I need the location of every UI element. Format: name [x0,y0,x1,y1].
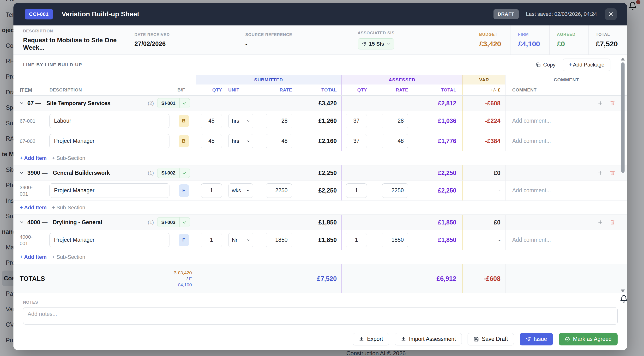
description-input[interactable] [50,184,170,198]
submitted-total: £2,160 [292,138,341,144]
delete-section-icon[interactable] [610,100,615,106]
col-item: ITEM [14,87,50,93]
comment-input[interactable] [512,138,615,144]
add-item-link[interactable]: + Add Item [20,204,46,211]
submitted-rate-input[interactable] [266,114,292,128]
table-scrollbar[interactable] [621,58,625,292]
agreed-value: £0 [557,40,588,48]
close-button[interactable] [605,8,617,20]
comment-input[interactable] [512,237,615,243]
assessed-qty-input[interactable] [346,134,367,148]
assessed-group-header: ASSESSED [341,75,462,84]
col-variance: +/- £ [462,84,505,95]
assessed-rate-input[interactable] [382,134,408,148]
assessed-qty-input[interactable] [346,184,367,198]
si-reference-pill[interactable]: SI-003 [157,217,190,227]
assessed-qty-input[interactable] [346,233,367,247]
collapse-chevron-icon[interactable] [19,220,24,225]
collapse-chevron-icon[interactable] [19,170,24,175]
add-row-icon[interactable] [598,170,603,176]
notes-section: NOTES [14,297,627,328]
add-subsection-link[interactable]: + Sub-Section [52,155,85,161]
associated-sis-dropdown[interactable]: 15 SIs [358,38,394,50]
description-input[interactable] [50,134,170,148]
section-code: 4000 — [27,219,48,226]
firm-value: £4,100 [518,40,550,48]
totals-firm-value: £4,100 [178,282,192,288]
notes-label: NOTES [23,300,618,305]
assessed-rate-input[interactable] [382,184,408,198]
comment-input[interactable] [512,187,615,194]
import-label: Import Assessment [409,336,456,342]
save-draft-label: Save Draft [482,336,508,342]
submitted-rate-input[interactable] [266,134,292,148]
submitted-rate-input[interactable] [266,184,292,198]
section-submitted-total: £1,850 [201,219,341,226]
line-item-row: 67-001 B hrs £1,260 £1,036 -£224 [14,111,627,131]
si-reference-pill[interactable]: SI-001 [157,98,190,108]
floating-bell-icon[interactable] [620,295,628,303]
section-variance: £0 [494,170,500,176]
variance-value: -£224 [485,118,500,124]
unit-select[interactable]: hrs [228,134,253,148]
totals-variance: -£608 [484,275,500,282]
save-draft-button[interactable]: Save Draft [468,333,514,346]
scroll-down-arrow[interactable] [621,290,625,292]
unit-select[interactable]: Nr [228,233,253,247]
submitted-group-header: SUBMITTED [196,75,341,84]
add-row-icon[interactable] [598,220,603,225]
si-ref-label: SI-001 [158,100,179,106]
unit-select[interactable]: hrs [228,114,253,128]
submitted-rate-input[interactable] [266,233,292,247]
collapse-chevron-icon[interactable] [19,101,24,106]
export-label: Export [367,336,383,342]
col-submitted-total: TOTAL [292,88,341,93]
delete-section-icon[interactable] [610,170,615,176]
scroll-up-arrow[interactable] [621,58,625,60]
export-button[interactable]: Export [353,333,389,346]
variance-value: - [498,187,500,194]
col-submitted-unit: UNIT [228,88,253,93]
unit-value: wks [232,188,241,194]
submitted-qty-input[interactable] [201,134,222,148]
download-icon [359,336,364,342]
total-value: £7,520 [596,40,627,48]
add-subsection-link[interactable]: + Sub-Section [52,254,85,260]
check-circle-icon [565,336,570,342]
firm-label: FIRM [518,32,550,37]
delete-section-icon[interactable] [610,220,615,225]
modal-title: Variation Build-up Sheet [62,10,140,18]
scrollbar-thumb[interactable] [621,62,624,173]
col-bf: B/F [172,88,196,93]
description-input[interactable] [50,233,170,247]
submitted-qty-input[interactable] [201,114,222,128]
copy-button[interactable]: Copy [536,62,556,68]
date-received-label: DATE RECEIVED [134,32,245,37]
total-label: TOTAL [596,32,627,37]
assessed-rate-input[interactable] [382,114,408,128]
add-item-link[interactable]: + Add Item [20,155,46,161]
assessed-qty-input[interactable] [346,114,367,128]
unit-select[interactable]: wks [228,184,253,198]
add-package-button[interactable]: + Add Package [563,58,610,71]
col-comment: COMMENT [505,84,627,95]
section-item-count: (2) [148,100,154,106]
submitted-qty-input[interactable] [201,233,222,247]
mark-as-agreed-button[interactable]: Mark as Agreed [559,333,618,346]
notes-textarea[interactable] [23,307,618,324]
si-ref-label: SI-003 [158,220,179,225]
si-reference-pill[interactable]: SI-002 [157,168,190,178]
bf-badge: B [179,115,189,127]
check-icon [179,218,190,227]
add-subsection-link[interactable]: + Sub-Section [52,204,85,211]
description-input[interactable] [50,114,170,128]
submitted-qty-input[interactable] [201,184,222,198]
add-row-icon[interactable] [598,100,603,106]
copy-icon [536,62,541,68]
import-assessment-button[interactable]: Import Assessment [395,333,462,346]
col-submitted-rate: RATE [266,88,292,93]
issue-button[interactable]: Issue [520,333,553,346]
add-item-link[interactable]: + Add Item [20,254,46,260]
assessed-rate-input[interactable] [382,233,408,247]
comment-input[interactable] [512,118,615,124]
